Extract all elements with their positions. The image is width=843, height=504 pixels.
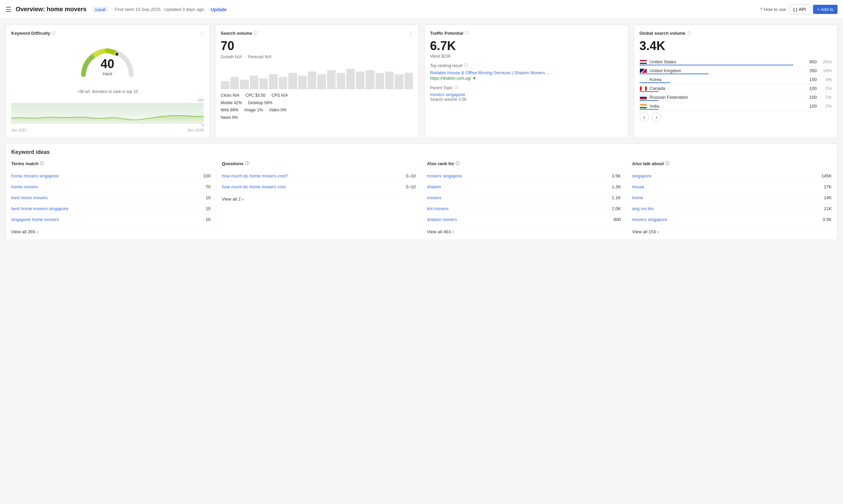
country-name: United States bbox=[650, 59, 801, 64]
country-bar bbox=[640, 91, 659, 92]
sv-bar bbox=[404, 73, 413, 89]
tp-value: 6.7K bbox=[430, 39, 623, 53]
keyword-ideas-section: Keyword ideas Terms match ⓘ home movers … bbox=[5, 143, 838, 240]
tp-ranking-label: Top ranking result ⓘ bbox=[430, 63, 623, 68]
also-talk-view-all[interactable]: View all 153 › bbox=[632, 229, 832, 234]
kd-label: Hard bbox=[101, 71, 114, 76]
keyword-link[interactable]: movers singapore bbox=[632, 217, 667, 222]
also-talk-about-info-icon[interactable]: ⓘ bbox=[665, 161, 669, 167]
keyword-link[interactable]: best home movers singapore bbox=[11, 206, 68, 211]
country-name: United Kingdom bbox=[650, 68, 801, 73]
keyword-link[interactable]: shalom movers bbox=[427, 217, 457, 222]
keyword-link[interactable]: shalom bbox=[427, 184, 441, 189]
questions-title: Questions ⓘ bbox=[222, 161, 416, 167]
keyword-value: 17K bbox=[824, 184, 832, 189]
tp-info-icon[interactable]: ⓘ bbox=[465, 30, 469, 36]
keyword-link[interactable]: home bbox=[632, 195, 643, 200]
country-count: 900 bbox=[803, 59, 817, 64]
keyword-link[interactable]: how much do home movers cost? bbox=[222, 173, 288, 178]
sv-bar bbox=[385, 72, 394, 89]
country-pct: 2% bbox=[819, 104, 832, 109]
sv-bar bbox=[221, 81, 229, 89]
also-rank-for-info-icon[interactable]: ⓘ bbox=[456, 161, 460, 167]
questions-info-icon[interactable]: ⓘ bbox=[245, 161, 249, 167]
menu-icon[interactable]: ☰ bbox=[5, 5, 12, 14]
country-name: Korea bbox=[650, 77, 801, 82]
kd-card-title: Keyword Difficulty bbox=[11, 31, 50, 36]
keyword-link[interactable]: movers singapore bbox=[427, 173, 462, 178]
tp-ranking-link[interactable]: Reliable House & Office Moving Services … bbox=[430, 70, 550, 75]
country-flag bbox=[640, 86, 647, 91]
sv-stats: Clicks N/A · CPC $3.50 · CPS N/A Mobile … bbox=[221, 92, 413, 121]
keyword-link[interactable]: home movers bbox=[11, 184, 38, 189]
tp-parent-info-icon[interactable]: ⓘ bbox=[454, 85, 458, 91]
kd-chart-svg bbox=[11, 103, 204, 123]
country-bar bbox=[640, 65, 794, 65]
sv-bar bbox=[250, 76, 258, 89]
kd-menu-icon[interactable]: ⋮ bbox=[199, 31, 204, 36]
list-item: home14K bbox=[632, 192, 832, 203]
tp-ranking-info-icon[interactable]: ⓘ bbox=[464, 63, 468, 68]
gsv-country-row: Canada 100 2% bbox=[640, 84, 832, 93]
country-count: 100 bbox=[803, 86, 817, 91]
keyword-link[interactable]: singapore bbox=[632, 173, 652, 178]
keyword-link[interactable]: house bbox=[632, 184, 644, 189]
keyword-value: 14K bbox=[824, 195, 832, 200]
keyword-value: 10 bbox=[206, 217, 211, 222]
also-rank-for-column: Also rank for ⓘ movers singapore3.5Kshal… bbox=[422, 161, 627, 234]
sv-bar bbox=[240, 80, 248, 89]
sv-info-icon[interactable]: ⓘ bbox=[254, 30, 258, 36]
also-rank-list: movers singapore3.5Kshalom1.2Kmovers1.1K… bbox=[427, 171, 621, 225]
questions-column: Questions ⓘ how much do home movers cost… bbox=[216, 161, 422, 234]
sv-bar bbox=[366, 70, 374, 89]
terms-match-list: home movers singapore100home movers70bes… bbox=[11, 171, 211, 225]
kd-info-icon[interactable]: ⓘ bbox=[51, 30, 56, 36]
keyword-link[interactable]: singapore home movers bbox=[11, 217, 59, 222]
keyword-value: 3.5K bbox=[612, 173, 621, 178]
page-title: Overview: home movers bbox=[16, 6, 87, 13]
kd-gauge: 40 Hard bbox=[11, 39, 204, 86]
country-bar bbox=[640, 109, 659, 110]
gsv-next-button[interactable]: › bbox=[652, 112, 661, 122]
also-talk-about-title: Also talk about ⓘ bbox=[632, 161, 832, 167]
keyword-value: 1.1K bbox=[612, 195, 621, 200]
questions-list: how much do home movers cost?0–10how muc… bbox=[222, 171, 416, 192]
tp-parent-label: Parent Topic ⓘ bbox=[430, 85, 623, 91]
keyword-value: 3.5K bbox=[823, 217, 832, 222]
cards-row: Keyword Difficulty ⓘ ⋮ bbox=[5, 25, 838, 138]
also-talk-list: singapore145Khouse17Khome14Kang mo kio11… bbox=[632, 171, 832, 225]
gsv-info-icon[interactable]: ⓘ bbox=[687, 30, 691, 36]
dropdown-icon[interactable]: ▼ bbox=[472, 76, 476, 81]
country-bar bbox=[640, 74, 709, 74]
how-to-use-button[interactable]: ? How to use bbox=[760, 7, 786, 12]
help-icon: ? bbox=[760, 7, 762, 12]
api-button[interactable]: { } API bbox=[789, 4, 810, 14]
local-badge: Local bbox=[93, 7, 108, 12]
sv-bar bbox=[337, 73, 345, 89]
tp-parent-topic[interactable]: movers singapore bbox=[430, 92, 623, 97]
keyword-link[interactable]: knt movers bbox=[427, 206, 449, 211]
list-item: house17K bbox=[632, 182, 832, 192]
add-button[interactable]: + Add to bbox=[813, 5, 838, 14]
keyword-link[interactable]: movers bbox=[427, 195, 442, 200]
update-link[interactable]: Update bbox=[211, 7, 227, 12]
keyword-link[interactable]: home movers singapore bbox=[11, 173, 59, 178]
keyword-link[interactable]: how much do home movers cost bbox=[222, 184, 286, 189]
keyword-difficulty-card: Keyword Difficulty ⓘ ⋮ bbox=[5, 25, 210, 138]
terms-match-info-icon[interactable]: ⓘ bbox=[40, 161, 44, 167]
sv-bar bbox=[375, 73, 384, 89]
sv-bar bbox=[269, 74, 277, 89]
list-item: best home movers10 bbox=[11, 192, 211, 203]
keyword-link[interactable]: ang mo kio bbox=[632, 206, 654, 211]
chevron-right-icon: › bbox=[657, 229, 659, 234]
sv-bar bbox=[356, 72, 365, 89]
also-rank-view-all[interactable]: View all 463 › bbox=[427, 229, 621, 234]
kd-chart-labels: Jun 2021 Dec 2024 bbox=[11, 128, 204, 132]
questions-view-all[interactable]: View all 2 › bbox=[222, 196, 416, 202]
chevron-right-icon: › bbox=[36, 229, 38, 234]
country-flag bbox=[640, 77, 647, 82]
keyword-link[interactable]: best home movers bbox=[11, 195, 48, 200]
terms-match-view-all[interactable]: View all 269 › bbox=[11, 229, 211, 234]
sv-menu-icon[interactable]: ⋮ bbox=[408, 31, 413, 36]
gsv-prev-button[interactable]: ‹ bbox=[640, 112, 649, 122]
